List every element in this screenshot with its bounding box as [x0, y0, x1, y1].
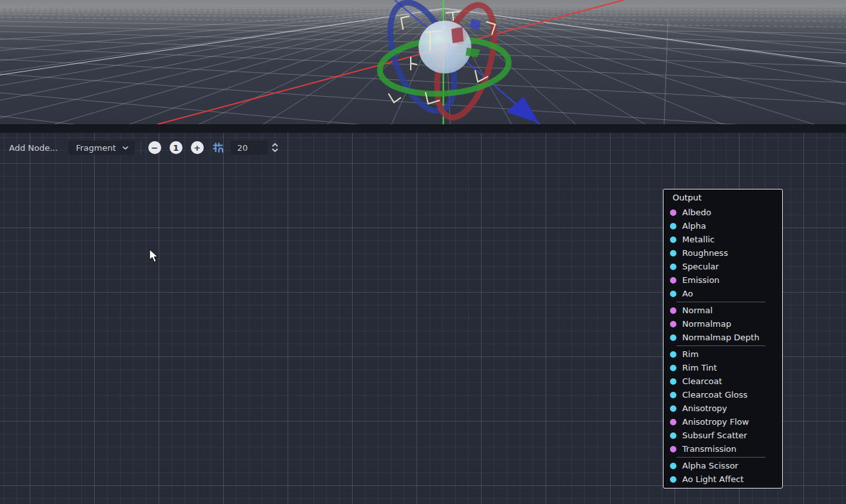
output-port-rim-tint: Rim Tint — [664, 361, 782, 374]
port-label: Clearcoat — [682, 376, 722, 386]
snap-grid-icon — [212, 142, 224, 153]
output-port-emission: Emission — [664, 273, 782, 287]
spinbox-updown-icon — [271, 142, 279, 153]
graph-toolbar: Add Node... Fragment − 1 + — [0, 141, 279, 155]
3d-viewport[interactable] — [0, 0, 846, 124]
port-label: Rim Tint — [682, 363, 717, 373]
port-connection-dot[interactable] — [670, 463, 676, 469]
port-label: Transmission — [682, 444, 736, 454]
port-label: Normal — [682, 305, 713, 315]
visual-shader-graph[interactable]: Add Node... Fragment − 1 + — [0, 133, 846, 504]
port-connection-dot[interactable] — [670, 476, 676, 483]
port-connection-dot[interactable] — [670, 419, 676, 425]
output-port-alpha: Alpha — [664, 219, 782, 233]
port-group-separator — [676, 302, 765, 302]
port-connection-dot[interactable] — [670, 250, 676, 257]
output-port-metallic: Metallic — [664, 233, 782, 246]
port-connection-dot[interactable] — [670, 378, 676, 385]
output-port-normalmap-depth: Normalmap Depth — [664, 331, 782, 344]
snap-distance-input[interactable]: 20 — [231, 141, 268, 155]
port-label: Subsurf Scatter — [682, 431, 747, 440]
output-port-roughness: Roughness — [664, 246, 782, 260]
port-connection-dot[interactable] — [670, 334, 676, 341]
port-connection-dot[interactable] — [670, 432, 676, 439]
output-port-specular: Specular — [664, 260, 782, 273]
port-connection-dot[interactable] — [670, 209, 676, 216]
port-connection-dot[interactable] — [670, 237, 676, 243]
shader-stage-dropdown[interactable]: Fragment — [68, 141, 135, 155]
output-port-anisotropy: Anisotropy — [664, 402, 782, 415]
port-label: Anisotropy — [682, 403, 727, 413]
port-label: Alpha — [682, 221, 706, 231]
port-connection-dot[interactable] — [670, 277, 676, 284]
zoom-in-button[interactable]: + — [191, 141, 204, 154]
output-port-normalmap: Normalmap — [664, 317, 782, 331]
output-port-ao: Ao — [664, 287, 782, 300]
port-label: Metallic — [682, 235, 714, 244]
toolbar-separator — [141, 141, 141, 154]
output-port-clearcoat-gloss: Clearcoat Gloss — [664, 388, 782, 402]
godot-shader-editor: Add Node... Fragment − 1 + — [0, 0, 846, 504]
port-connection-dot[interactable] — [670, 321, 676, 327]
port-label: Specular — [682, 262, 719, 271]
port-label: Normalmap Depth — [682, 333, 760, 342]
port-connection-dot[interactable] — [670, 365, 676, 371]
output-port-list: AlbedoAlphaMetallicRoughnessSpecularEmis… — [664, 204, 782, 486]
zoom-reset-button[interactable]: 1 — [170, 141, 182, 154]
chevron-down-icon — [122, 146, 129, 150]
port-label: Emission — [682, 275, 720, 285]
output-port-clearcoat: Clearcoat — [664, 374, 782, 388]
snap-distance-stepper[interactable] — [271, 142, 279, 153]
port-connection-dot[interactable] — [670, 351, 676, 358]
port-connection-dot[interactable] — [670, 392, 676, 398]
port-label: Alpha Scissor — [682, 461, 738, 470]
port-group-separator — [676, 345, 765, 346]
output-port-anisotropy-flow: Anisotropy Flow — [664, 415, 782, 429]
snap-toggle-button[interactable] — [212, 142, 224, 153]
plane-handle-red[interactable] — [451, 27, 464, 43]
output-port-subsurf-scatter: Subsurf Scatter — [664, 429, 782, 442]
output-port-normal: Normal — [664, 304, 782, 317]
panel-divider[interactable] — [0, 124, 846, 133]
node-title: Output — [664, 189, 782, 204]
output-port-transmission: Transmission — [664, 442, 782, 456]
port-group-separator — [676, 457, 765, 458]
output-port-rim: Rim — [664, 347, 782, 361]
add-node-button[interactable]: Add Node... — [9, 143, 58, 153]
port-label: Albedo — [682, 208, 711, 217]
port-label: Normalmap — [682, 319, 731, 329]
port-label: Rim — [682, 349, 698, 359]
shader-stage-value: Fragment — [76, 143, 116, 153]
output-port-alpha-scissor: Alpha Scissor — [664, 459, 782, 472]
output-node[interactable]: Output AlbedoAlphaMetallicRoughnessSpecu… — [663, 189, 783, 489]
port-label: Anisotropy Flow — [682, 417, 749, 427]
output-port-albedo: Albedo — [664, 206, 782, 219]
zoom-out-button[interactable]: − — [148, 141, 161, 154]
mouse-cursor — [149, 249, 161, 264]
output-port-ao-light-affect: Ao Light Affect — [664, 472, 782, 486]
port-connection-dot[interactable] — [670, 264, 676, 270]
port-connection-dot[interactable] — [670, 307, 676, 314]
port-label: Clearcoat Gloss — [682, 390, 747, 400]
port-connection-dot[interactable] — [670, 291, 676, 297]
port-connection-dot[interactable] — [670, 446, 676, 452]
port-label: Ao Light Affect — [682, 474, 743, 484]
port-label: Roughness — [682, 248, 728, 258]
port-connection-dot[interactable] — [670, 405, 676, 412]
port-label: Ao — [682, 289, 693, 298]
port-connection-dot[interactable] — [670, 223, 676, 229]
